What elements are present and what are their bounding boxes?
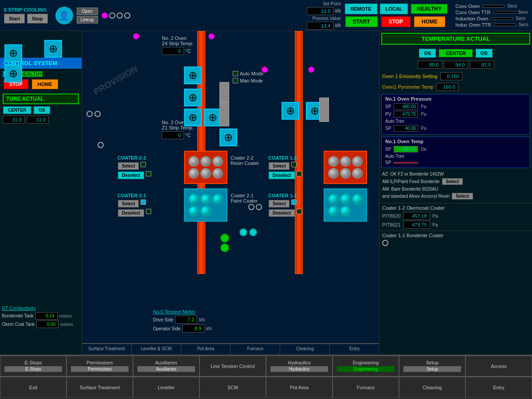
nav-engineering-sub: Engineering (337, 366, 395, 372)
indicator-1 (109, 12, 115, 19)
remote-button[interactable]: REMOTE (345, 4, 377, 14)
nav-estops[interactable]: E-Stops E-Stops (0, 356, 66, 376)
nav-permissives-sub: Permissives (71, 366, 129, 372)
secs-3: Secs (516, 16, 525, 21)
nav-entry[interactable]: Entry (466, 377, 532, 398)
secs-1: Secs (507, 4, 517, 8)
slider-2[interactable] (219, 102, 229, 126)
drive-side-label: Drive Side (153, 317, 173, 322)
z1-value: 0 (162, 131, 184, 139)
ture-actual-label: TURE ACTUAL (6, 96, 75, 102)
crosshair-process-4[interactable] (204, 109, 222, 126)
coater21-area: COATER 2-1 Select Deselect (117, 193, 151, 217)
nav-pot-area[interactable]: Pot Area (266, 377, 332, 398)
coater11-rollers (324, 188, 367, 222)
op-side-label: Operator Side (153, 326, 180, 331)
coater11-deselect-check[interactable] (297, 209, 302, 214)
temp-center-btn[interactable]: CENTER (439, 49, 472, 57)
nav-line-tension[interactable]: Line Tension Control (200, 356, 266, 376)
section-cleaning: Cleaning (280, 344, 330, 355)
temp-os-1-btn[interactable]: OS (419, 49, 436, 58)
setpoint-value-display: 13.5 (307, 7, 333, 15)
coater21-deselect-btn[interactable]: Deselect (118, 209, 144, 217)
coater12-deselect-btn[interactable]: Deselect (269, 172, 295, 179)
nav-scm[interactable]: SCM (200, 377, 266, 398)
nav-access[interactable]: Access (466, 356, 532, 376)
crosshair-process-5[interactable] (219, 129, 237, 146)
proc-circle-3 (98, 142, 104, 148)
roller-r6 (352, 168, 363, 179)
slider-3[interactable] (319, 98, 329, 122)
home-button[interactable]: HOME (414, 16, 445, 27)
coater12-select-btn[interactable]: Select (269, 162, 289, 170)
coater22-title: COATER 2-2 (117, 155, 151, 160)
crosshair-process-1[interactable] (184, 66, 202, 84)
strip-start-button[interactable]: Start (4, 14, 25, 23)
healthy-button[interactable]: HEALTHY (411, 4, 447, 14)
coater11-deselect-btn[interactable]: Deselect (269, 209, 295, 217)
crosshair-btn-1[interactable] (4, 44, 22, 62)
coater11-title: COATER 1-1 (268, 193, 302, 198)
start-button[interactable]: START (345, 16, 378, 27)
crosshair-right-1[interactable] (282, 102, 299, 120)
nav-surface-treatment[interactable]: Surface Treatment (66, 377, 133, 398)
nav-setup[interactable]: Setup Setup (399, 356, 466, 376)
local-button[interactable]: LOCAL (380, 4, 408, 14)
indicator-magenta-1 (102, 12, 108, 19)
roller-c5 (340, 206, 351, 216)
pit8621-value: 479.75 (403, 221, 430, 229)
nav-engineering[interactable]: Engineering Engineering (332, 356, 399, 376)
am-bare-label: AM: Bare Bonderite 6020AU (382, 187, 529, 192)
nav-cleaning[interactable]: Cleaning (399, 377, 466, 398)
temp-val-2: 94.0 (444, 61, 468, 69)
coater22-select-btn[interactable]: Select (118, 162, 139, 170)
coater22-deselect-check[interactable] (146, 171, 151, 176)
select-btn-2[interactable]: Select (452, 193, 473, 200)
pyrometer-value: 160.0 (436, 83, 458, 91)
coater21-title: COATER 2-1 (117, 193, 151, 198)
strip-bar-right (295, 31, 303, 274)
coater21-select-check[interactable] (141, 200, 146, 205)
coater21-select-btn[interactable]: Select (118, 200, 139, 207)
emissivity-value: 0.150 (440, 72, 462, 80)
temp-val-1: 80.0 (418, 61, 442, 69)
magenta-top-1 (133, 33, 139, 39)
temp-os-2-btn[interactable]: OS (476, 49, 493, 58)
auto-mode-checkbox[interactable] (233, 71, 238, 76)
am-bare2-label: and standard Alnex Acrocryl Resin (382, 194, 450, 199)
man-mode-checkbox[interactable] (233, 78, 238, 83)
coater22-deselect-btn[interactable]: Deselect (118, 172, 144, 179)
crosshair-process-3[interactable] (184, 109, 202, 126)
center-btn-left[interactable]: CENTER (3, 106, 31, 114)
coater12-deselect-check[interactable] (297, 171, 302, 176)
open-display: Open (77, 8, 98, 15)
nav-exit[interactable]: Exit (0, 377, 66, 398)
magenta-top-2 (208, 33, 215, 39)
coater12-area: COATER 1-2 Select Deselect (268, 155, 302, 180)
crosshair-btn-2[interactable] (4, 65, 22, 82)
nav-leveller[interactable]: Leveller (133, 377, 200, 398)
coater11-select-check[interactable] (291, 200, 297, 205)
kn-unit-2: kN (335, 23, 340, 28)
nav-furnace[interactable]: Furnace (332, 377, 399, 398)
roller-2 (200, 156, 211, 167)
crosshair-process-2[interactable] (184, 89, 202, 106)
home-btn-left[interactable]: HOME (32, 79, 58, 89)
crosshair-btn-3[interactable] (44, 40, 62, 58)
coater12-select-check[interactable] (291, 162, 297, 167)
nav-permissives[interactable]: Permissives Permissives (66, 356, 133, 376)
nav-hydraulics[interactable]: Hydraulics Hydraulics (266, 356, 332, 376)
coater22-select-check[interactable] (141, 162, 146, 167)
roller-cyan-5 (200, 206, 211, 216)
stop-button[interactable]: STOP (381, 16, 411, 27)
os-btn-left[interactable]: OS (34, 106, 50, 114)
kn-ds: kN (199, 317, 204, 322)
pit8621-pa: Pa (433, 223, 438, 227)
select-btn-1[interactable]: Select (442, 178, 463, 185)
nav-auxiliaries[interactable]: Auxiliaries Auxiliaries (133, 356, 200, 376)
induc-oven-ttr-value (494, 23, 516, 26)
strip-stop-button[interactable]: Stop (27, 14, 47, 23)
sp-480: 480.00 (394, 103, 418, 110)
coater21-deselect-check[interactable] (146, 209, 151, 214)
coater11-select-btn[interactable]: Select (269, 200, 289, 207)
